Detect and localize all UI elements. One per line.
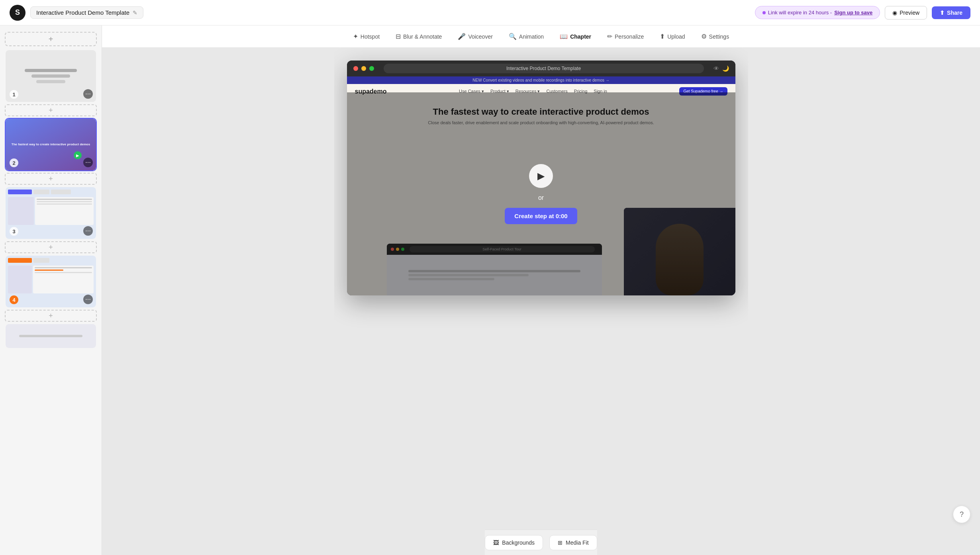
expire-text: Link will expire in 24 hours - xyxy=(768,10,832,16)
toolbar-animation[interactable]: 🔍 Animation xyxy=(502,29,550,43)
add-slide-button-2[interactable]: + xyxy=(5,173,97,185)
thumb-line-2 xyxy=(31,74,70,78)
header: S Interactive Product Demo Template ✎ Li… xyxy=(0,0,980,25)
edit-icon[interactable]: ✎ xyxy=(133,10,137,16)
animation-icon: 🔍 xyxy=(509,33,517,40)
toolbar-chapter[interactable]: 📖 Chapter xyxy=(553,29,598,43)
slide-menu-button-2[interactable]: ⋯ xyxy=(83,158,93,167)
slide-2-content: The fastest way to create interactive pr… xyxy=(6,119,96,170)
browser-moon-icon: 🌙 xyxy=(722,65,729,72)
share-icon: ⬆ xyxy=(940,10,945,16)
slide-thumbnail-5 xyxy=(6,324,96,348)
slide-1-content xyxy=(6,50,96,102)
share-label: Share xyxy=(947,10,962,16)
personalize-icon: ✏ xyxy=(607,33,612,40)
voiceover-icon: 🎤 xyxy=(458,33,466,40)
slide-thumbnail-2: The fastest way to create interactive pr… xyxy=(6,119,96,170)
slide-number-4: 4 xyxy=(10,295,18,304)
share-button[interactable]: ⬆ Share xyxy=(932,6,970,19)
add-slide-top-button[interactable]: + xyxy=(5,32,97,46)
chapter-label: Chapter xyxy=(570,33,591,40)
backgrounds-button[interactable]: 🖼 Backgrounds xyxy=(485,535,543,550)
slide-item-4[interactable]: 4 ⋯ xyxy=(5,255,97,308)
slide-item-1[interactable]: 1 ⋯ xyxy=(5,49,97,103)
upload-label: Upload xyxy=(667,33,685,40)
preview-button[interactable]: ◉ Preview xyxy=(885,6,927,20)
slide-thumbnail-1 xyxy=(6,50,96,102)
site-banner-text: NEW Convert existing videos and mobile r… xyxy=(472,78,610,82)
browser-eye-icon: 👁 xyxy=(713,65,719,72)
canvas-overlay: ▶ or Create step at 0:00 xyxy=(347,92,735,295)
toolbar-settings[interactable]: ⚙ Settings xyxy=(695,29,736,43)
media-fit-button[interactable]: ⊞ Media Fit xyxy=(549,535,597,550)
slide-menu-button-3[interactable]: ⋯ xyxy=(83,226,93,236)
media-fit-label: Media Fit xyxy=(566,539,589,546)
voiceover-label: Voiceover xyxy=(468,33,492,40)
media-fit-icon: ⊞ xyxy=(558,539,563,546)
slide-thumbnail-4 xyxy=(6,256,96,307)
slide-item-5[interactable] xyxy=(5,323,97,349)
toolbar-upload[interactable]: ⬆ Upload xyxy=(653,29,691,43)
slide-number-1: 1 xyxy=(10,90,18,99)
slide-menu-button-4[interactable]: ⋯ xyxy=(83,295,93,304)
add-slide-button-bottom[interactable]: + xyxy=(5,310,97,322)
page-content: NEW Convert existing videos and mobile r… xyxy=(347,76,735,295)
slide-2-hero-text: The fastest way to create interactive pr… xyxy=(12,143,90,147)
settings-icon: ⚙ xyxy=(701,33,707,40)
create-step-button[interactable]: Create step at 0:00 xyxy=(505,208,577,224)
blur-annotate-icon: ⊟ xyxy=(396,33,401,40)
help-icon: ? xyxy=(960,510,964,519)
expire-banner: Link will expire in 24 hours - Sign up t… xyxy=(755,6,880,19)
hotspot-label: Hotspot xyxy=(361,33,380,40)
slide-thumbnail-3 xyxy=(6,187,96,239)
backgrounds-label: Backgrounds xyxy=(502,539,535,546)
preview-icon: ◉ xyxy=(892,10,897,16)
slide-4-content xyxy=(6,256,96,307)
slide-number-2: 2 xyxy=(10,158,18,167)
main-canvas: Interactive Product Demo Template 👁 🌙 NE… xyxy=(347,61,735,295)
help-button[interactable]: ? xyxy=(953,506,970,523)
thumb-line-3 xyxy=(36,80,65,83)
browser-dot-red xyxy=(353,66,358,71)
blur-annotate-label: Blur & Annotate xyxy=(403,33,442,40)
toolbar-hotspot[interactable]: ✦ Hotspot xyxy=(347,29,386,43)
slide-number-3: 3 xyxy=(10,227,18,236)
thumb-line-1 xyxy=(25,69,77,72)
slide-item-3[interactable]: 3 ⋯ xyxy=(5,186,97,240)
chapter-icon: 📖 xyxy=(560,33,568,40)
main-layout: + 1 ⋯ + The fastest way to create intera… xyxy=(0,0,980,555)
expire-dot xyxy=(762,11,766,14)
personalize-label: Personalize xyxy=(615,33,644,40)
slide-item-2[interactable]: The fastest way to create interactive pr… xyxy=(5,118,97,171)
toolbar: ✦ Hotspot ⊟ Blur & Annotate 🎤 Voiceover … xyxy=(102,25,980,48)
play-button-big[interactable]: ▶ xyxy=(529,164,553,188)
add-slide-button-3[interactable]: + xyxy=(5,241,97,253)
toolbar-blur-annotate[interactable]: ⊟ Blur & Annotate xyxy=(389,29,448,43)
slide-2-video-badge: ▶ xyxy=(74,151,82,159)
browser-dot-yellow xyxy=(361,66,366,71)
signup-link[interactable]: Sign up to save xyxy=(834,10,872,16)
backgrounds-icon: 🖼 xyxy=(493,539,499,546)
toolbar-personalize[interactable]: ✏ Personalize xyxy=(601,29,650,43)
slide-menu-button-1[interactable]: ⋯ xyxy=(83,89,93,99)
settings-label: Settings xyxy=(709,33,729,40)
sidebar: + 1 ⋯ + The fastest way to create intera… xyxy=(0,25,102,555)
project-title-pill[interactable]: Interactive Product Demo Template ✎ xyxy=(30,6,143,19)
header-left: S Interactive Product Demo Template ✎ xyxy=(10,5,143,21)
browser-url-bar[interactable]: Interactive Product Demo Template xyxy=(384,64,704,73)
add-slide-button-1[interactable]: + xyxy=(5,104,97,116)
overlay-or-text: or xyxy=(538,194,544,201)
canvas-wrapper: Interactive Product Demo Template 👁 🌙 NE… xyxy=(334,48,748,530)
slide-3-content xyxy=(6,187,96,239)
browser-dot-green xyxy=(369,66,374,71)
toolbar-voiceover[interactable]: 🎤 Voiceover xyxy=(451,29,499,43)
project-title-text: Interactive Product Demo Template xyxy=(36,9,129,16)
site-banner: NEW Convert existing videos and mobile r… xyxy=(347,76,735,84)
bottom-toolbar: 🖼 Backgrounds ⊞ Media Fit xyxy=(485,530,597,555)
header-right: Link will expire in 24 hours - Sign up t… xyxy=(755,6,970,20)
browser-url-text: Interactive Product Demo Template xyxy=(506,66,581,71)
browser-chrome: Interactive Product Demo Template 👁 🌙 xyxy=(347,61,735,76)
preview-label: Preview xyxy=(900,10,919,16)
upload-icon: ⬆ xyxy=(660,33,665,40)
animation-label: Animation xyxy=(519,33,544,40)
